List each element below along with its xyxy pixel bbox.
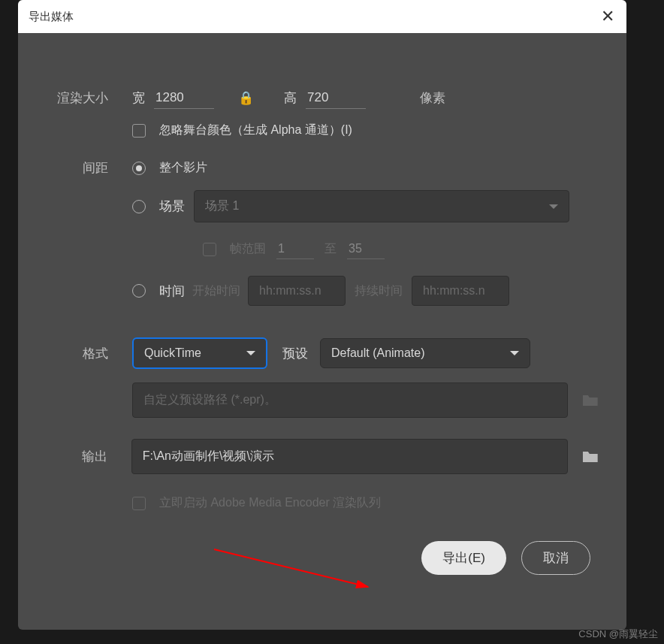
titlebar: 导出媒体 ✕ — [18, 0, 626, 33]
preset-label: 预设 — [282, 345, 308, 362]
duration-input[interactable]: hh:mm:ss.n — [412, 276, 509, 306]
dialog-title: 导出媒体 — [29, 10, 74, 24]
span-row-scene: 场景 场景 1 — [132, 190, 599, 222]
frame-from-input[interactable] — [276, 239, 314, 259]
radio-entire[interactable] — [132, 162, 146, 175]
button-bar: 导出(E) 取消 — [45, 541, 599, 575]
ignore-stage-row: 忽略舞台颜色（生成 Alpha 通道）(I) — [132, 122, 599, 138]
span-label: 间距 — [45, 159, 108, 177]
radio-time[interactable] — [132, 284, 146, 298]
lock-icon[interactable]: 🔒 — [238, 90, 254, 106]
width-label: 宽 — [132, 89, 145, 107]
close-icon[interactable]: ✕ — [601, 7, 614, 26]
chevron-down-icon — [510, 351, 519, 355]
radio-entire-label: 整个影片 — [159, 160, 207, 176]
ignore-stage-label: 忽略舞台颜色（生成 Alpha 通道）(I) — [159, 122, 352, 138]
frame-range-checkbox[interactable] — [203, 243, 216, 256]
export-button[interactable]: 导出(E) — [421, 541, 506, 575]
custom-preset-row: 自定义预设路径 (*.epr)。 — [132, 382, 599, 418]
ame-queue-label: 立即启动 Adobe Media Encoder 渲染队列 — [159, 495, 381, 511]
folder-icon[interactable] — [581, 450, 599, 464]
height-input[interactable] — [306, 87, 366, 109]
custom-preset-field[interactable]: 自定义预设路径 (*.epr)。 — [132, 382, 568, 418]
frame-to-input[interactable] — [347, 239, 385, 259]
output-label: 输出 — [45, 448, 107, 465]
radio-time-label: 时间 — [159, 283, 185, 300]
span-row-time: 时间 开始时间 hh:mm:ss.n 持续时间 hh:mm:ss.n — [132, 276, 599, 306]
scene-select-value: 场景 1 — [205, 198, 239, 214]
scene-select[interactable]: 场景 1 — [194, 190, 569, 222]
radio-scene[interactable] — [132, 200, 146, 213]
frame-range-label: 帧范围 — [230, 241, 266, 257]
render-size-label: 渲染大小 — [45, 89, 108, 107]
radio-scene-label: 场景 — [159, 198, 185, 215]
start-time-label: 开始时间 — [192, 283, 240, 299]
format-label: 格式 — [45, 345, 108, 362]
export-media-dialog: 导出媒体 ✕ 渲染大小 宽 🔒 高 像素 忽略舞台颜色（生成 Alpha 通道）… — [18, 0, 626, 630]
start-time-input[interactable]: hh:mm:ss.n — [248, 276, 346, 306]
chevron-down-icon — [549, 204, 558, 209]
format-row: 格式 QuickTime 预设 Default (Animate) — [45, 337, 599, 369]
width-input[interactable] — [154, 87, 214, 109]
output-row: 输出 F:\An动画制作\视频\演示 — [45, 439, 599, 474]
render-size-row: 渲染大小 宽 🔒 高 像素 — [45, 87, 599, 109]
cancel-button[interactable]: 取消 — [521, 541, 590, 575]
height-label: 高 — [284, 89, 297, 107]
ame-queue-row: 立即启动 Adobe Media Encoder 渲染队列 — [132, 495, 599, 511]
preset-value: Default (Animate) — [331, 346, 425, 360]
format-value: QuickTime — [144, 346, 201, 360]
ignore-stage-checkbox[interactable] — [132, 124, 146, 138]
preset-select[interactable]: Default (Animate) — [320, 338, 530, 368]
watermark: CSDN @雨翼轻尘 — [578, 627, 658, 641]
output-path-field[interactable]: F:\An动画制作\视频\演示 — [131, 439, 569, 474]
span-row-entire: 间距 整个影片 — [45, 159, 599, 177]
unit-label: 像素 — [420, 89, 445, 107]
dialog-body: 渲染大小 宽 🔒 高 像素 忽略舞台颜色（生成 Alpha 通道）(I) 间距 … — [18, 33, 626, 593]
frame-to-label: 至 — [324, 241, 337, 257]
duration-label: 持续时间 — [355, 283, 403, 299]
frame-range-row: 帧范围 至 — [203, 239, 599, 259]
ame-queue-checkbox[interactable] — [132, 497, 146, 510]
format-select[interactable]: QuickTime — [132, 337, 267, 369]
chevron-down-icon — [246, 351, 255, 355]
folder-icon[interactable] — [581, 394, 599, 407]
